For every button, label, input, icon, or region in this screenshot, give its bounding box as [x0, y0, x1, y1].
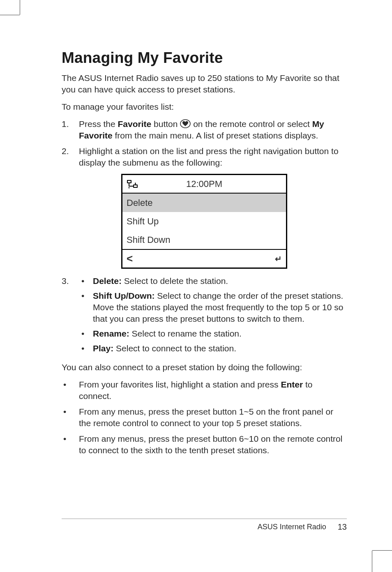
page-footer: ASUS Internet Radio 13 [62, 519, 347, 532]
option-label: Play: [93, 344, 113, 353]
lcd-back-icon: < [127, 252, 139, 265]
svg-point-6 [135, 183, 136, 184]
lcd-enter-icon: ↵ [270, 254, 282, 264]
svg-rect-2 [128, 181, 131, 182]
bold-enter: Enter [281, 380, 303, 389]
footer-product: ASUS Internet Radio [258, 523, 326, 531]
step-number: 3. [62, 275, 79, 287]
bullet-icon: • [79, 328, 93, 339]
network-icon [127, 180, 138, 189]
bullet-icon: • [79, 290, 93, 302]
svg-point-5 [129, 187, 130, 189]
option-label: Rename: [93, 329, 129, 338]
bullet-icon: • [62, 406, 79, 417]
option-label: Delete: [93, 276, 122, 286]
bullet-icon: • [79, 275, 93, 287]
bullet-icon: • [62, 433, 79, 445]
footer-page-number: 13 [338, 522, 347, 532]
step-number: 1. [62, 118, 79, 130]
bullet-icon: • [79, 343, 93, 354]
lcd-submenu: 12:00PM Delete Shift Up Shift Down < 1/5… [121, 174, 287, 269]
lcd-page-indicator: 1/5 [139, 0, 270, 545]
svg-rect-4 [134, 185, 137, 187]
bullet-icon: • [62, 379, 79, 390]
step-number: 2. [62, 145, 79, 157]
text-fragment: Press the [79, 119, 118, 129]
